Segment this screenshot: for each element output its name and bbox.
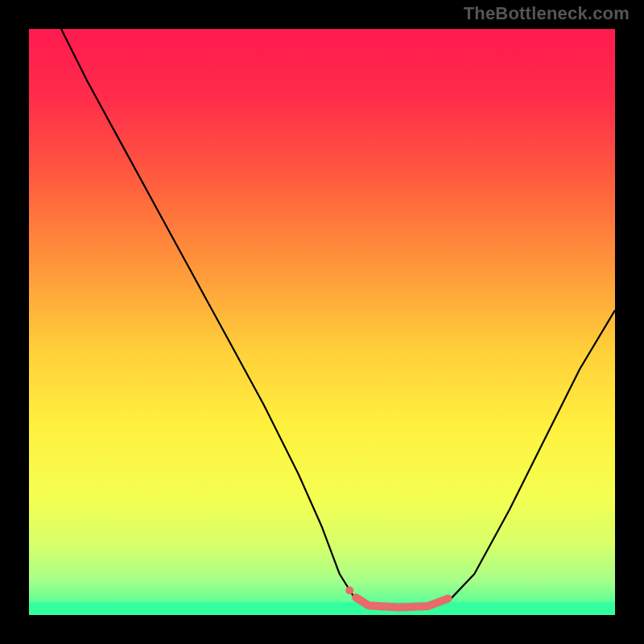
optimum-band — [29, 602, 615, 615]
chart-svg — [29, 29, 615, 615]
watermark-label: TheBottleneck.com — [464, 3, 630, 24]
optimum_marker_dot — [345, 586, 353, 594]
plot-area — [29, 29, 615, 615]
chart-frame: TheBottleneck.com — [0, 0, 644, 644]
